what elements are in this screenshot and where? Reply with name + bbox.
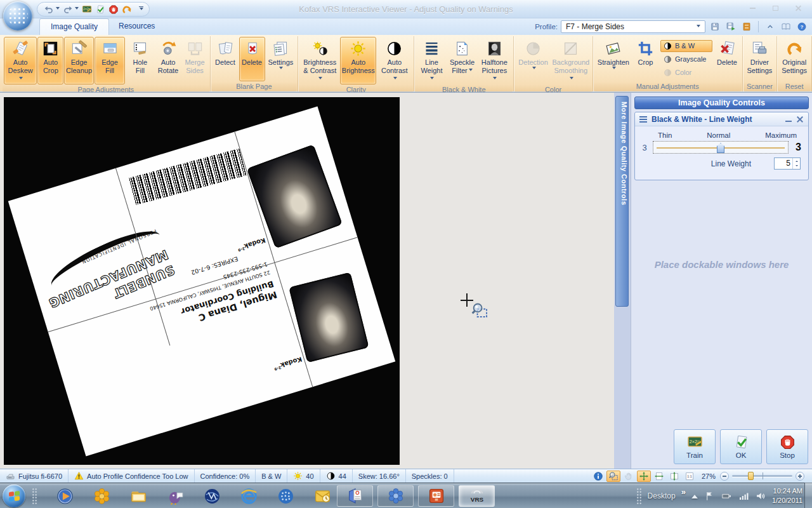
tab-resources[interactable]: Resources bbox=[108, 18, 166, 35]
close-dock-button[interactable] bbox=[796, 116, 804, 123]
desktop-toolbar-label[interactable]: Desktop bbox=[648, 491, 676, 500]
line-weight-spinner[interactable]: 5 bbox=[774, 157, 801, 170]
status-text: Confidence: 0% bbox=[200, 472, 250, 480]
minimize-ribbon-button[interactable] bbox=[764, 20, 776, 33]
collapse-button[interactable] bbox=[785, 121, 792, 122]
kofax-sphere-taskbar-icon[interactable] bbox=[277, 487, 295, 505]
redo-quick-button[interactable] bbox=[62, 4, 79, 15]
help-book-button[interactable] bbox=[780, 20, 792, 33]
line-weight-slider[interactable] bbox=[653, 141, 789, 154]
ribbon-button-auto-brightness[interactable]: Auto Brightness bbox=[340, 37, 376, 84]
help-button[interactable]: ? bbox=[796, 20, 808, 33]
ribbon-button-speckle-filter[interactable]: Speckle Filter bbox=[448, 37, 477, 84]
button-label: Merge Sides bbox=[185, 58, 204, 75]
zoom-region-button[interactable] bbox=[606, 471, 620, 482]
ribbon-button-driver-settings[interactable]: Driver Settings bbox=[745, 37, 775, 81]
original-settings-quick-button[interactable] bbox=[121, 4, 133, 15]
spinner-down-button[interactable] bbox=[793, 164, 800, 170]
ribbon-button-background-smoothing[interactable]: Background Smoothing bbox=[551, 37, 591, 84]
ribbon-button-brightness-contrast[interactable]: Brightness & Contrast bbox=[300, 37, 339, 84]
ribbon-button-auto-deskew[interactable]: Auto Deskew bbox=[4, 37, 37, 84]
volume-icon[interactable] bbox=[755, 490, 766, 502]
toolbar-overflow-chevron[interactable]: » bbox=[681, 487, 686, 497]
zoom-in-button[interactable] bbox=[796, 472, 804, 481]
ribbon-button-delete[interactable]: Delete bbox=[239, 37, 265, 81]
actual-size-button[interactable]: 1:1 bbox=[683, 471, 697, 482]
document-o-taskbar-button[interactable]: O bbox=[337, 485, 373, 507]
ribbon-button-delete[interactable]: Delete bbox=[714, 37, 740, 81]
globe-taskbar-icon[interactable] bbox=[203, 487, 221, 505]
zoom-slider-track[interactable] bbox=[732, 475, 792, 477]
halftone-pictures-icon bbox=[486, 40, 503, 57]
profile-select[interactable]: F7 - Merge Sides bbox=[561, 20, 705, 33]
window-menu-icon[interactable] bbox=[639, 116, 647, 123]
toolbar-grip[interactable] bbox=[636, 488, 642, 504]
pidgin-taskbar-icon[interactable] bbox=[166, 487, 185, 505]
fit-height-button[interactable] bbox=[667, 471, 681, 482]
explorer-taskbar-icon[interactable] bbox=[129, 487, 148, 505]
chevron-down-icon bbox=[140, 8, 143, 12]
ribbon-button-color[interactable]: Color bbox=[660, 67, 712, 79]
minimize-button[interactable] bbox=[745, 3, 760, 13]
stop-quick-button[interactable] bbox=[108, 4, 119, 15]
ribbon-button-b-w[interactable]: B & W bbox=[660, 40, 712, 52]
fit-page-button[interactable] bbox=[637, 471, 651, 482]
vrs-taskbar-button[interactable]: VRS bbox=[459, 485, 495, 507]
info-button[interactable] bbox=[591, 471, 605, 482]
close-button[interactable] bbox=[790, 3, 806, 13]
network-icon[interactable] bbox=[738, 490, 749, 502]
ribbon-button-auto-crop[interactable]: Auto Crop bbox=[37, 37, 63, 84]
start-button[interactable] bbox=[3, 485, 25, 507]
ribbon-button-detection[interactable]: Detection bbox=[516, 37, 550, 84]
status-text: Fujitsu fi-6670 bbox=[18, 472, 62, 480]
clock[interactable]: 10:24 AM 1/20/2011 bbox=[772, 486, 802, 506]
restore-button[interactable] bbox=[768, 3, 783, 13]
powerpoint-taskbar-button[interactable] bbox=[418, 485, 454, 507]
organize-profiles-button[interactable] bbox=[740, 20, 753, 33]
undo-quick-button[interactable] bbox=[43, 4, 60, 15]
flower-taskbar-icon[interactable] bbox=[93, 487, 111, 505]
train-button[interactable]: 2×2=Train bbox=[674, 429, 716, 464]
application-menu-button[interactable] bbox=[3, 1, 32, 30]
show-hidden-icons-button[interactable] bbox=[691, 491, 698, 498]
ribbon-button-grayscale[interactable]: Grayscale bbox=[660, 53, 712, 65]
save-profile-button[interactable] bbox=[709, 20, 721, 33]
more-image-quality-controls-tab[interactable]: More Image Quality Controls bbox=[615, 96, 629, 307]
show-desktop-button[interactable] bbox=[804, 483, 812, 508]
ribbon-button-merge-sides[interactable]: Merge Sides bbox=[182, 37, 208, 84]
fit-width-button[interactable] bbox=[652, 471, 666, 482]
image-viewer-canvas[interactable]: Kodak2-9 Kodak2-9 Miguel, Diana C Buildi… bbox=[0, 92, 614, 469]
toolbar-grip[interactable] bbox=[32, 488, 37, 504]
ok-quick-button[interactable] bbox=[95, 4, 106, 15]
tab-image-quality[interactable]: Image Quality bbox=[39, 18, 109, 35]
ribbon-button-settings[interactable]: Settings bbox=[266, 37, 296, 81]
save-profile-as-button[interactable] bbox=[724, 20, 737, 33]
stop-button[interactable]: Stop bbox=[766, 429, 808, 464]
ribbon-button-original-settings[interactable]: Original Settings bbox=[779, 37, 809, 81]
blue-flower-taskbar-button[interactable] bbox=[377, 485, 414, 507]
spinner-up-button[interactable] bbox=[793, 158, 800, 164]
battery-icon[interactable] bbox=[721, 490, 732, 502]
zoom-slider[interactable] bbox=[720, 472, 812, 481]
ok-button[interactable]: OK bbox=[720, 429, 762, 464]
slider-thumb[interactable] bbox=[717, 143, 724, 153]
pan-button[interactable] bbox=[622, 471, 636, 482]
ribbon-button-straighten[interactable]: Straighten bbox=[595, 37, 632, 81]
ribbon-button-crop[interactable]: Crop bbox=[632, 37, 658, 81]
ribbon-button-edge-cleanup[interactable]: Edge Cleanup bbox=[64, 37, 94, 84]
zoom-slider-thumb[interactable] bbox=[748, 472, 754, 480]
ribbon-button-detect[interactable]: Detect bbox=[213, 37, 239, 81]
action-center-flag-icon[interactable] bbox=[704, 490, 715, 502]
internet-explorer-taskbar-icon[interactable] bbox=[240, 487, 258, 505]
ribbon-button-auto-contrast[interactable]: Auto Contrast bbox=[377, 37, 412, 84]
media-player-taskbar-icon[interactable] bbox=[56, 487, 74, 505]
ribbon-button-halftone-pictures[interactable]: Halftone Pictures bbox=[477, 37, 511, 84]
outlook-taskbar-icon[interactable] bbox=[313, 487, 332, 505]
ribbon-button-auto-rotate[interactable]: Auto Rotate bbox=[155, 37, 181, 84]
train-quick-button[interactable]: 2×2= bbox=[81, 4, 93, 15]
ribbon-button-hole-fill[interactable]: Hole Fill bbox=[126, 37, 154, 84]
ribbon-button-edge-fill[interactable]: Edge Fill bbox=[95, 37, 125, 84]
zoom-out-button[interactable] bbox=[720, 472, 729, 481]
ribbon-button-line-weight[interactable]: Line Weight bbox=[416, 37, 447, 84]
customize-quick-access-button[interactable] bbox=[138, 6, 143, 13]
